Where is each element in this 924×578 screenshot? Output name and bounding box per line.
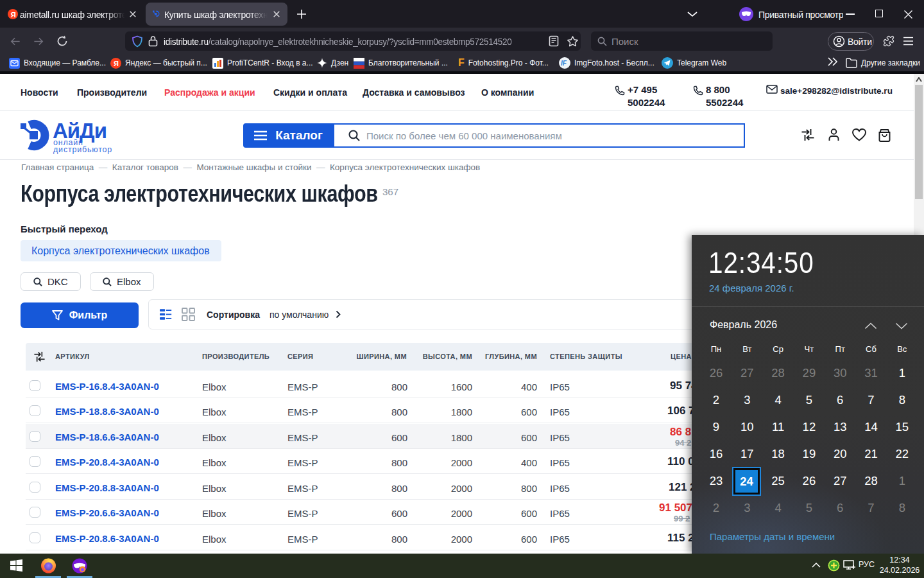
svg-text:дистрибьютор: дистрибьютор: [53, 145, 112, 154]
svg-text:Я: Я: [114, 59, 119, 67]
svg-text:IF: IF: [561, 60, 567, 67]
